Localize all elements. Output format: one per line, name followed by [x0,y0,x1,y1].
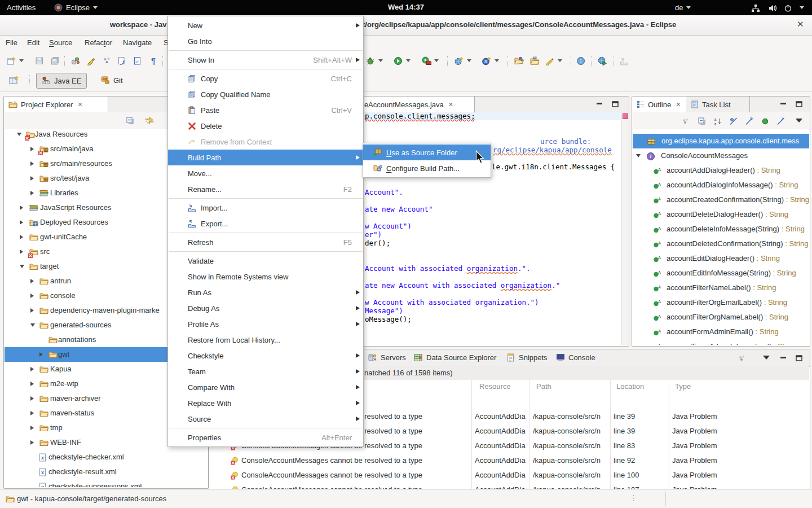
dropdown-arrow-icon[interactable] [406,59,411,62]
tree-expander-icon[interactable] [30,308,34,313]
menubar-item-edit[interactable]: Edit [27,38,39,47]
toolbar-sstar-button[interactable]: S [480,54,493,68]
column-header-resource[interactable]: Resource [479,382,511,391]
menu-item-profile-as[interactable]: Profile As [168,316,363,332]
tab-console[interactable]: Console [556,349,595,366]
overview-ruler[interactable] [621,112,629,345]
outline-method-row[interactable]: AaccountAddDialogInfoMessage() : String [633,178,809,192]
error-marker[interactable] [623,113,628,119]
outline-method-row[interactable]: AaccountFormAdminEmail() : String [633,325,809,339]
open-perspective-icon[interactable] [9,76,19,85]
menubar-item-file[interactable]: File [6,38,17,47]
chevron-down-icon[interactable] [800,6,804,9]
statusbar-drag-handle[interactable]: ⋮ [630,493,638,502]
menu-item-build-path[interactable]: Build Path [168,150,363,165]
outline-method-row[interactable]: AaccountEditInfoMessage(String) : String [633,266,809,281]
tree-expander-icon[interactable] [39,352,43,357]
menu-item-validate[interactable]: Validate [168,253,363,269]
tree-expander-icon[interactable] [30,426,34,430]
link-with-editor-icon[interactable] [144,116,155,125]
tree-item-checkstyle-checker-xml[interactable]: xcheckstyle-checker.xml [5,450,208,465]
tree-expander-icon[interactable] [30,440,34,445]
menu-item-checkstyle[interactable]: Checkstyle [168,348,363,364]
toolbar-globeplay-button[interactable] [595,54,609,68]
outline-hide-static-button[interactable]: S [745,116,754,126]
toolbar-importgray-button[interactable] [617,54,630,68]
tree-item-checkstyle-suppressions-xml[interactable]: xcheckstyle-suppressions.xml [5,479,208,487]
menu-item-source[interactable]: Source [168,411,363,427]
menu-item-replace-with[interactable]: Replace With [168,395,363,411]
toolbar-bug-button[interactable] [364,54,377,68]
tree-expander-icon[interactable] [636,154,641,157]
tab-data-source-explorer[interactable]: Data Source Explorer [414,349,496,366]
menu-item-go-into[interactable]: Go Into [168,33,363,49]
tree-expander-icon[interactable] [30,396,34,401]
outline-hide-non-public-button[interactable] [761,116,770,126]
outline-tree[interactable]: org.eclipse.kapua.app.console.client.mes… [633,129,809,345]
menu-item-remove-from-context[interactable]: Remove from Context [168,134,363,150]
outline-method-row[interactable]: AaccountFilterOrgEmailLabel() : String [633,295,809,310]
toolbar-clean-button[interactable] [69,54,82,68]
toolbar-pen-button[interactable] [543,54,557,68]
view-menu-icon[interactable] [763,356,770,360]
outline-hide-fields-button[interactable] [729,116,738,126]
tab-servers[interactable]: Servers [368,349,406,366]
outline-method-row[interactable]: AaccountFormAdminInformation() : String [633,339,809,345]
tree-expander-icon[interactable] [20,235,23,239]
dropdown-arrow-icon[interactable] [495,59,499,62]
toolbar-playbox-button[interactable] [420,54,433,68]
column-header-path[interactable]: Path [536,382,551,391]
outline-method-row[interactable]: AaccountFilterOrgNameLabel() : String [633,310,809,325]
outline-hide-local-types-button[interactable]: L [776,116,785,126]
tree-expander-icon[interactable] [30,147,34,151]
outline-method-row[interactable]: AaccountDeleteDialogHeader() : String [633,207,809,222]
menu-item-import-[interactable]: Import... [168,200,363,216]
marker-row[interactable]: ConsoleAccountMessages cannot be resolve… [210,453,809,468]
tree-expander-icon[interactable] [20,249,23,254]
outline-method-row[interactable]: AaccountAddDialogHeader() : String [633,163,809,178]
menu-item-restore-from-local-history-[interactable]: Restore from Local History... [168,332,363,348]
menu-item-run-as[interactable]: Run As [168,284,363,300]
toolbar-save-button[interactable] [33,54,46,68]
toolbar-folderball-button[interactable] [512,54,526,68]
maximize-icon[interactable] [796,354,804,361]
menu-item-copy[interactable]: CopyCtrl+C [168,71,363,86]
tab-snippets[interactable]: Snippets [506,349,548,366]
close-icon[interactable]: ✕ [676,101,681,108]
tree-expander-icon[interactable] [30,411,34,415]
dropdown-arrow-icon[interactable] [378,59,383,62]
volume-icon[interactable] [768,3,777,12]
outline-method-row[interactable]: AaccountFilterNameLabel() : String [633,281,809,295]
minimize-icon[interactable] [780,354,788,361]
tree-expander-icon[interactable] [30,161,34,166]
network-icon[interactable] [751,3,760,12]
menu-item-delete[interactable]: Delete [168,118,363,134]
collapse-all-icon[interactable] [126,116,135,125]
toolbar-newwiz-button[interactable] [5,54,18,68]
menu-item-compare-with[interactable]: Compare With [168,379,363,395]
toolbar-docarrow-button[interactable] [115,54,129,68]
close-icon[interactable]: ✕ [77,101,82,108]
tree-expander-icon[interactable] [30,279,34,283]
menu-item-refresh[interactable]: RefreshF5 [168,234,363,250]
maximize-icon[interactable] [796,100,804,107]
tree-expander-icon[interactable] [17,133,21,136]
power-icon[interactable] [784,3,792,12]
tree-expander-icon[interactable] [30,176,34,181]
menu-item-properties[interactable]: PropertiesAlt+Enter [168,430,363,445]
menu-item-debug-as[interactable]: Debug As [168,300,363,316]
menu-item-copy-qualified-name[interactable]: Copy Qualified Name [168,86,363,102]
column-header-location[interactable]: Location [616,382,644,391]
outline-sort-az-button[interactable]: az [713,116,722,126]
outline-package-row[interactable]: org.eclipse.kapua.app.console.client.mes… [633,134,809,148]
window-close-button[interactable]: ✕ [797,19,804,29]
menu-item-rename-[interactable]: Rename...F2 [168,181,363,197]
tree-expander-icon[interactable] [30,382,34,386]
maximize-icon[interactable] [612,100,620,107]
close-icon[interactable]: ✕ [448,101,453,108]
tree-expander-icon[interactable] [20,265,24,268]
menubar-item-refactor[interactable]: Refactor [85,38,112,47]
menu-item-show-in-remote-systems-view[interactable]: Show in Remote Systems view [168,269,363,284]
marker-row[interactable]: ConsoleAccountMessages cannot be resolve… [210,483,809,489]
dropdown-arrow-icon[interactable] [19,59,24,62]
